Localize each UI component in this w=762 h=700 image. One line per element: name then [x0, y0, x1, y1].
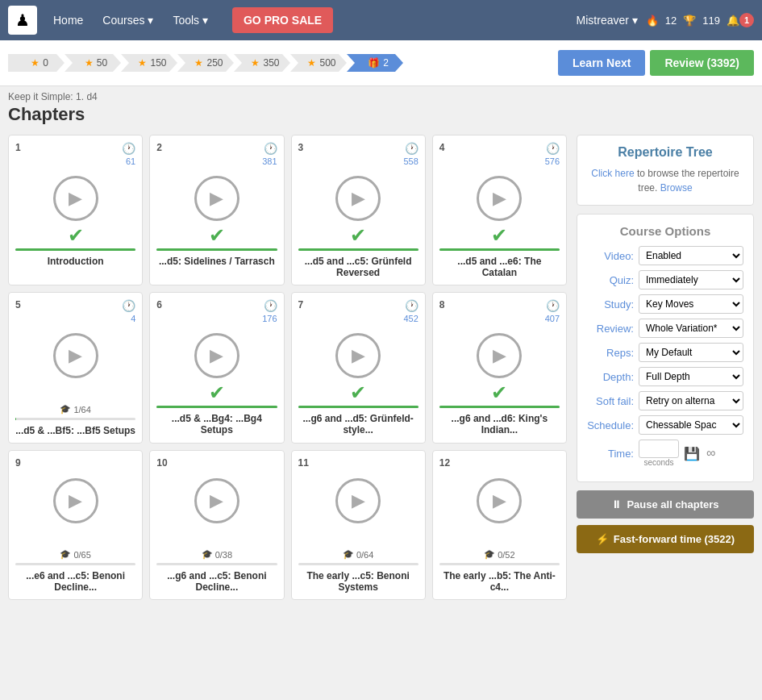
- option-row-quiz: Quiz: Immediately: [587, 270, 743, 290]
- progress-step-2[interactable]: ★150: [121, 54, 177, 72]
- clock-count-8: 407: [545, 314, 560, 323]
- fast-forward-button[interactable]: ⚡ Fast-forward time (3522): [577, 525, 754, 553]
- mortar-icon-12: 🎓: [484, 549, 495, 560]
- mortar-icon-9: 🎓: [60, 549, 71, 560]
- play-circle-9: ▶: [53, 478, 98, 523]
- card-title-5: ...d5 & ...Bf5: ...Bf5 Setups: [15, 425, 135, 436]
- card-title-4: ...d5 and ...e6: The Catalan: [439, 256, 560, 278]
- chapter-card-11[interactable]: 11 ▶ 🎓 0/64 The early ...c5: Benoni Syst…: [291, 450, 426, 600]
- progress-step-0[interactable]: ★0: [8, 54, 65, 72]
- time-controls: 60 seconds 💾 ∞: [639, 440, 717, 467]
- quiz-select[interactable]: Immediately: [639, 270, 743, 290]
- trophy-icon: 🏆: [683, 15, 696, 27]
- option-row-soft-fail: Soft fail: Retry on alterna: [587, 391, 743, 410]
- card-clock-4: 🕐576: [545, 142, 560, 166]
- chapter-card-3[interactable]: 3 🕐558 ▶ ✔ ...d5 and ...c5: Grünfeld Rev…: [291, 135, 426, 285]
- review-button[interactable]: Review (3392): [650, 50, 754, 76]
- play-circle-10: ▶: [194, 478, 239, 523]
- card-top-1: 1 🕐61: [15, 142, 135, 166]
- chapter-card-9[interactable]: 9 ▶ 🎓 0/65 ...e6 and ...c5: Benoni Decli…: [8, 450, 143, 600]
- video-select[interactable]: Enabled: [639, 246, 743, 265]
- play-circle-4: ▶: [477, 176, 522, 221]
- progress-fill-3: [298, 248, 418, 251]
- progress-step-3[interactable]: ★250: [177, 54, 234, 72]
- clock-icon-7: 🕐: [405, 299, 418, 312]
- step-label-3: 250: [206, 57, 223, 69]
- breadcrumb: Keep it Simple: 1. d4: [8, 91, 754, 102]
- card-num-12: 12: [439, 457, 450, 469]
- play-circle-2: ▶: [194, 176, 239, 221]
- go-pro-button[interactable]: GO PRO SALE: [232, 7, 333, 33]
- learn-next-button[interactable]: Learn Next: [558, 50, 645, 76]
- header: ♟ Home Courses ▾ Tools ▾ GO PRO SALE Mis…: [0, 0, 762, 40]
- star-icon-3: ★: [194, 57, 203, 69]
- progress-step-1[interactable]: ★50: [65, 54, 121, 72]
- card-title-2: ...d5: Sidelines / Tarrasch: [159, 256, 275, 267]
- depth-select[interactable]: Full Depth: [639, 367, 743, 386]
- card-num-7: 7: [298, 299, 304, 323]
- progress-fill-8: [439, 406, 560, 408]
- soft-fail-label: Soft fail:: [587, 395, 634, 407]
- nav-home[interactable]: Home: [45, 9, 91, 31]
- card-clock-1: 🕐61: [122, 142, 135, 166]
- progress-steps: ★0 ★50 ★150 ★250 ★350 ★500 🎁2: [8, 54, 550, 72]
- star-icon-0: ★: [31, 57, 40, 69]
- progress-bar-12: [439, 563, 560, 565]
- soft-fail-select[interactable]: Retry on alterna: [639, 391, 743, 410]
- checkmark-8: ✔: [491, 381, 507, 404]
- chapter-card-8[interactable]: 8 🕐407 ▶ ✔ ...g6 and ...d6: King's India…: [432, 292, 567, 444]
- progress-step-gift[interactable]: 🎁2: [347, 54, 403, 72]
- clock-icon-4: 🕐: [546, 142, 560, 155]
- bell-icon: 🔔: [727, 15, 739, 27]
- time-infinity-button[interactable]: ∞: [705, 444, 717, 462]
- pause-all-button[interactable]: ⏸ Pause all chapters: [577, 490, 754, 519]
- chapter-card-12[interactable]: 12 ▶ 🎓 0/52 The early ...b5: The Anti-c4…: [432, 450, 567, 600]
- card-title-8: ...g6 and ...d6: King's Indian...: [439, 413, 560, 435]
- step-label-2: 150: [150, 57, 166, 69]
- chapter-card-4[interactable]: 4 🕐576 ▶ ✔ ...d5 and ...e6: The Catalan: [432, 135, 567, 285]
- progress-bar-3: [298, 248, 418, 251]
- study-label: Study:: [587, 298, 634, 310]
- chapter-card-7[interactable]: 7 🕐452 ▶ ✔ ...g6 and ...d5: Grünfeld-sty…: [291, 292, 426, 444]
- chapter-card-10[interactable]: 10 ▶ 🎓 0/38 ...g6 and ...c5: Benoni Decl…: [149, 450, 284, 600]
- card-top-7: 7 🕐452: [298, 299, 418, 323]
- nav-tools[interactable]: Tools ▾: [164, 9, 216, 31]
- progress-bar-8: [439, 406, 560, 408]
- step-label-4: 350: [263, 57, 279, 69]
- reps-select[interactable]: My Default: [639, 343, 743, 362]
- ff-btn-label: Fast-forward time (3522): [614, 533, 735, 545]
- progress-step-4[interactable]: ★350: [234, 54, 290, 72]
- card-top-8: 8 🕐407: [439, 299, 560, 323]
- page-title: Chapters: [8, 104, 754, 125]
- card-num-6: 6: [156, 299, 162, 323]
- pause-btn-label: Pause all chapters: [627, 498, 718, 510]
- rep-tree-click-link[interactable]: Click here: [591, 168, 634, 179]
- chapter-card-5[interactable]: 5 🕐4 ▶ 🎓 1/64 ...d5 & ...Bf5: ...Bf5 Set…: [8, 292, 143, 444]
- user-menu[interactable]: Mistreaver ▾: [577, 14, 638, 27]
- nav-courses[interactable]: Courses ▾: [94, 9, 161, 31]
- chapter-card-1[interactable]: 1 🕐61 ▶ ✔ Introduction: [8, 135, 143, 285]
- card-top-12: 12: [439, 457, 560, 469]
- schedule-select[interactable]: Chessable Spac: [639, 415, 743, 435]
- option-row-study: Study: Key Moves: [587, 294, 743, 314]
- step-label-1: 50: [97, 57, 107, 69]
- time-save-button[interactable]: 💾: [682, 444, 702, 463]
- card-progress-text-12: 🎓 0/52: [484, 549, 514, 560]
- progress-step-5[interactable]: ★500: [290, 54, 347, 72]
- play-circle-11: ▶: [335, 478, 381, 523]
- time-input[interactable]: 60: [639, 440, 679, 458]
- gift-icon: 🎁: [368, 57, 380, 69]
- chapter-card-2[interactable]: 2 🕐381 ▶ ✔ ...d5: Sidelines / Tarrasch: [149, 135, 284, 285]
- progress-bar-11: [298, 563, 418, 565]
- checkmark-1: ✔: [68, 224, 84, 247]
- study-select[interactable]: Key Moves: [639, 294, 743, 314]
- review-select[interactable]: Whole Variation*: [639, 319, 743, 338]
- card-progress-text-11: 🎓 0/64: [343, 549, 373, 560]
- bell-wrap[interactable]: 🔔 1: [727, 13, 754, 27]
- option-row-video: Video: Enabled: [587, 246, 743, 265]
- play-circle-3: ▶: [335, 176, 381, 221]
- chapter-card-6[interactable]: 6 🕐176 ▶ ✔ ...d5 & ...Bg4: ...Bg4 Setups: [149, 292, 284, 444]
- progress-fill-2: [156, 248, 277, 251]
- rep-tree-browse-link[interactable]: Browse: [660, 182, 693, 194]
- card-progress-text-5: 🎓 1/64: [60, 404, 90, 415]
